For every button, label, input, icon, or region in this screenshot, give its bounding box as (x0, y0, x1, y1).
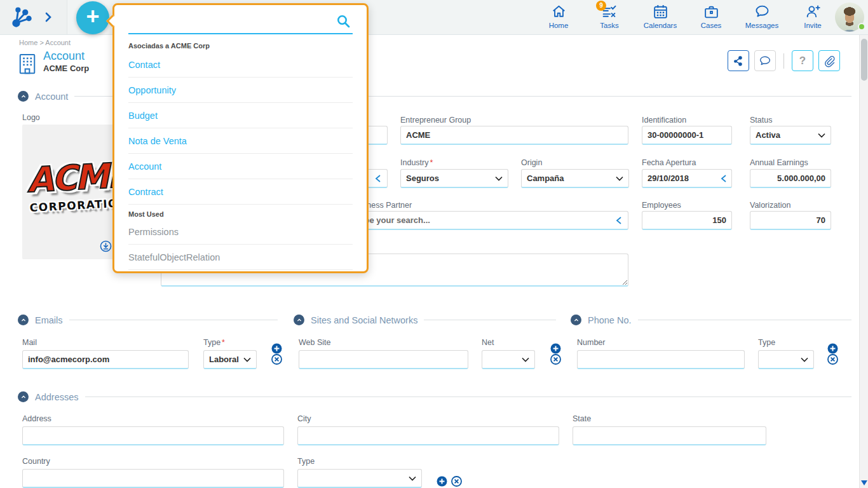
breadcrumb-home[interactable]: Home (19, 39, 37, 46)
quick-create-group1-title: Asociadas a ACME Corp (128, 38, 353, 52)
search-icon[interactable] (336, 14, 351, 32)
web-site-input[interactable] (299, 350, 468, 369)
datepicker-chevron-icon[interactable] (720, 174, 728, 183)
chevron-down-icon (616, 176, 623, 181)
valorization-input[interactable] (750, 211, 831, 230)
nav-home-label: Home (549, 22, 569, 29)
quick-create-search-input[interactable] (128, 10, 353, 32)
nav-messages[interactable]: Messages (743, 3, 780, 29)
top-nav: Home 9 Tasks (540, 3, 831, 29)
breadcrumb: Home > Account (19, 39, 71, 46)
employees-input[interactable] (642, 211, 732, 230)
nav-calendars[interactable]: Calendars (642, 3, 679, 29)
number-input[interactable] (577, 350, 745, 369)
annual-earnings-input[interactable] (750, 169, 831, 188)
address-label: Address (22, 414, 51, 423)
section-emails-title: Emails (35, 315, 63, 325)
share-network-button[interactable] (728, 50, 749, 71)
remove-address-icon[interactable] (451, 476, 462, 487)
menu-item-nota-de-venta[interactable]: Nota de Venta (128, 128, 353, 154)
mail-input[interactable] (22, 350, 189, 369)
brand-splat-icon (10, 4, 34, 30)
breadcrumb-separator: > (39, 39, 43, 46)
collapse-phones-icon[interactable] (571, 315, 581, 325)
chevron-down-icon (409, 476, 416, 481)
menu-item-contract[interactable]: Contract (128, 179, 353, 205)
state-input[interactable] (573, 426, 766, 445)
quick-create-panel: Asociadas a ACME Corp Contact Opportunit… (112, 3, 369, 273)
email-type-select[interactable]: Laboral (203, 350, 257, 369)
scrollbar-down-arrow[interactable] (861, 480, 867, 485)
nav-cases[interactable]: Cases (693, 3, 729, 29)
section-addresses-title: Addresses (35, 392, 79, 402)
brand-expand-chevron-icon[interactable] (44, 11, 52, 23)
nav-calendars-label: Calendars (644, 22, 677, 29)
attachments-button[interactable] (818, 50, 840, 71)
address-type-label: Type (297, 457, 315, 466)
message-bubble-icon (754, 3, 771, 20)
entrepreneur-group-input[interactable] (400, 126, 628, 145)
add-site-icon[interactable] (550, 343, 561, 354)
origin-select[interactable]: Campaña (521, 169, 629, 188)
add-phone-icon[interactable] (827, 343, 838, 354)
state-label: State (573, 414, 591, 423)
valorization-label: Valorization (750, 201, 790, 210)
nav-home[interactable]: Home (540, 3, 577, 29)
add-address-icon[interactable] (437, 476, 447, 487)
business-partner-input[interactable] (351, 211, 628, 230)
nav-invite-label: Invite (804, 22, 822, 29)
status-label: Status (750, 116, 772, 125)
mail-label: Mail (22, 338, 37, 347)
tasks-badge: 9 (596, 1, 606, 11)
collapse-account-icon[interactable] (18, 91, 29, 102)
industry-select[interactable]: Seguros (400, 169, 508, 188)
briefcase-icon (703, 3, 720, 20)
chevron-down-icon (243, 357, 251, 362)
remove-site-icon[interactable] (550, 354, 561, 365)
lookup-chevron-icon[interactable] (374, 174, 382, 183)
vertical-scrollbar[interactable] (859, 35, 868, 488)
section-sites: Sites and Social Networks (294, 315, 556, 325)
add-email-icon[interactable] (271, 343, 282, 354)
city-input[interactable] (297, 426, 559, 445)
country-label: Country (22, 457, 50, 466)
menu-item-contact[interactable]: Contact (128, 52, 353, 78)
fecha-apertura-label: Fecha Apertura (642, 158, 696, 167)
origin-select-value: Campaña (527, 173, 616, 183)
fecha-apertura-input[interactable] (642, 169, 732, 188)
address-input[interactable] (22, 426, 284, 445)
menu-item-statefulobjectrelation[interactable]: StatefulObjectRelation (128, 245, 353, 270)
collapse-addresses-icon[interactable] (18, 391, 29, 402)
country-input[interactable] (22, 469, 284, 488)
menu-item-account[interactable]: Account (128, 154, 353, 179)
quick-create-search[interactable] (128, 10, 353, 34)
quick-create-button[interactable]: + (76, 1, 109, 34)
chevron-down-icon (818, 133, 825, 138)
chevron-down-icon (522, 357, 529, 362)
menu-item-opportunity[interactable]: Opportunity (128, 78, 353, 103)
section-addresses: Addresses (18, 391, 851, 402)
identification-input[interactable] (642, 126, 732, 145)
status-select[interactable]: Activa (750, 126, 831, 145)
comments-button[interactable] (754, 50, 776, 71)
nav-messages-label: Messages (745, 22, 778, 29)
remove-email-icon[interactable] (271, 354, 282, 365)
business-partner-lookup-icon[interactable] (615, 216, 623, 225)
collapse-sites-icon[interactable] (294, 315, 304, 325)
scrollbar-thumb[interactable] (861, 39, 867, 81)
help-button[interactable]: ? (792, 50, 813, 71)
actions-divider (783, 53, 784, 69)
menu-item-budget[interactable]: Budget (128, 103, 353, 128)
net-select[interactable] (482, 350, 535, 369)
online-status-dot (858, 23, 865, 30)
address-type-select[interactable] (297, 469, 422, 488)
app-window: + Home 9 (0, 0, 868, 488)
brand-area[interactable] (0, 0, 67, 34)
remove-phone-icon[interactable] (827, 354, 838, 365)
menu-item-permissions[interactable]: Permissions (128, 219, 353, 245)
download-logo-icon[interactable] (99, 240, 112, 255)
nav-tasks[interactable]: 9 Tasks (591, 3, 628, 29)
collapse-emails-icon[interactable] (18, 315, 29, 325)
nav-invite[interactable]: Invite (794, 3, 831, 29)
phone-type-select[interactable] (758, 350, 814, 369)
